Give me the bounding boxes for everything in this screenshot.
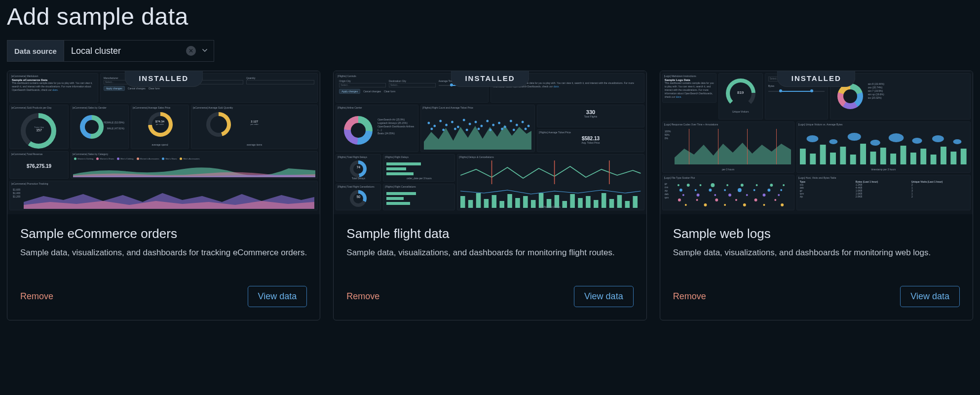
svg-point-76 (847, 133, 861, 141)
sub: per order (191, 123, 317, 125)
hdr: [eCommerce] Sales by Gender (71, 105, 128, 109)
btn: Apply changes (339, 89, 360, 94)
li: Men's Clothing (120, 158, 133, 160)
sel (246, 80, 314, 84)
card-title: Sample flight data (346, 226, 633, 241)
clear-icon[interactable]: ✕ (186, 46, 196, 56)
svg-rect-68 (910, 153, 916, 164)
svg-point-74 (806, 135, 818, 142)
svg-point-83 (686, 184, 689, 187)
svg-rect-57 (800, 149, 806, 164)
hdr: [eCommerce] Average Sales Price (131, 105, 188, 109)
svg-point-1 (434, 125, 436, 127)
svg-point-87 (741, 184, 744, 187)
c: Logstash Airways (25.15%) (377, 121, 418, 125)
svg-point-96 (753, 189, 755, 191)
svg-point-20 (454, 128, 456, 130)
svg-point-92 (694, 189, 696, 191)
txt: Cancel changes (363, 90, 381, 93)
card-title: Sample web logs (673, 226, 960, 241)
svg-point-16 (522, 121, 524, 123)
ft: rpm (665, 196, 669, 199)
card-flights: INSTALLED [Flights] Controls Origin City… (333, 71, 646, 320)
svg-point-14 (510, 120, 512, 122)
hdr: [eCommerce] Sales by Category (71, 152, 317, 156)
svg-rect-61 (840, 147, 846, 164)
li: Women's Clothing (77, 158, 93, 160)
svg-point-107 (696, 199, 698, 201)
hdr: [Flights] Flight Count and Average Ticke… (421, 105, 534, 109)
ft: zip (665, 189, 669, 193)
svg-point-86 (726, 184, 728, 186)
data-source-combobox[interactable]: Local cluster ✕ (64, 40, 214, 61)
svg-point-111 (774, 199, 776, 201)
card-description: Sample data, visualizations, and dashboa… (346, 246, 633, 272)
li: Women's Shoes (100, 158, 114, 160)
c: OpenSearch-Air (25.9%) (377, 118, 418, 121)
svg-point-80 (932, 135, 944, 142)
svg-point-105 (778, 194, 780, 196)
remove-button[interactable]: Remove (346, 291, 379, 302)
svg-rect-69 (920, 149, 926, 164)
sel: Select... (339, 83, 386, 87)
svg-point-2 (440, 120, 442, 122)
lbl: average items (191, 143, 317, 147)
li: win 8 (19.44%) (868, 82, 884, 86)
svg-point-15 (516, 124, 518, 126)
svg-point-79 (912, 138, 922, 144)
svg-point-102 (728, 194, 731, 197)
hdr: [Flights] Total Flight Delays (336, 155, 380, 158)
svg-rect-66 (890, 154, 896, 164)
svg-point-106 (678, 198, 681, 201)
svg-point-88 (755, 184, 757, 186)
card-description: Sample data, visualizations, and dashboa… (20, 246, 307, 272)
svg-point-110 (754, 198, 757, 201)
svg-point-104 (762, 194, 765, 197)
svg-point-78 (889, 133, 904, 142)
svg-point-97 (767, 189, 770, 192)
card-thumbnail: [Flights] Controls Origin CitySelect... … (334, 71, 646, 214)
svg-point-81 (953, 139, 961, 144)
c: Beats (24.05%) (377, 132, 418, 135)
svg-point-99 (682, 194, 684, 196)
lbl: Destination City (389, 79, 436, 83)
chevron-down-icon[interactable] (201, 47, 209, 55)
svg-point-112 (684, 204, 686, 206)
svg-point-108 (715, 198, 718, 201)
svg-point-115 (743, 203, 746, 206)
view-data-button[interactable]: View data (574, 286, 634, 307)
svg-point-18 (431, 128, 433, 130)
view-data-button[interactable]: View data (900, 286, 960, 307)
hdr: [eCommerce] Promotion Tracking (10, 181, 317, 185)
txt: Clear form (149, 87, 160, 90)
view-data-button[interactable]: View data (248, 286, 307, 307)
ft: css (665, 186, 669, 189)
c: OpenSearch Dashboards Airlines (…) (377, 125, 418, 132)
hdr: [Flights] Flight Cancellations (383, 184, 454, 188)
thumb-header: [eCommerce] Markdown (10, 74, 98, 78)
svg-point-91 (679, 189, 682, 192)
svg-point-11 (492, 124, 495, 126)
hdr: [eCommerce] Total Revenue (10, 152, 68, 156)
data-source-selector: Data source Local cluster ✕ (7, 40, 214, 62)
svg-point-21 (466, 129, 468, 131)
hdr: [Flights] Flight Delays (383, 155, 454, 158)
svg-point-23 (490, 129, 492, 131)
svg-point-25 (513, 129, 515, 131)
sel: Select... (389, 83, 436, 87)
svg-point-95 (738, 188, 742, 192)
svg-point-101 (714, 194, 716, 196)
btn: Apply changes (104, 86, 125, 91)
li: Women's Accessories (140, 158, 159, 160)
svg-point-12 (498, 122, 500, 124)
svg-point-19 (442, 129, 445, 131)
hdr: [Logs] Host, Visits and Bytes Table (797, 175, 970, 179)
hdr: [Flights] Delays & Cancellations (457, 155, 643, 158)
remove-button[interactable]: Remove (20, 291, 53, 302)
page-title: Add sample data (7, 3, 973, 30)
svg-point-117 (781, 203, 784, 206)
svg-point-114 (724, 204, 726, 206)
svg-point-103 (746, 194, 748, 196)
remove-button[interactable]: Remove (673, 291, 706, 302)
svg-point-9 (481, 125, 483, 127)
